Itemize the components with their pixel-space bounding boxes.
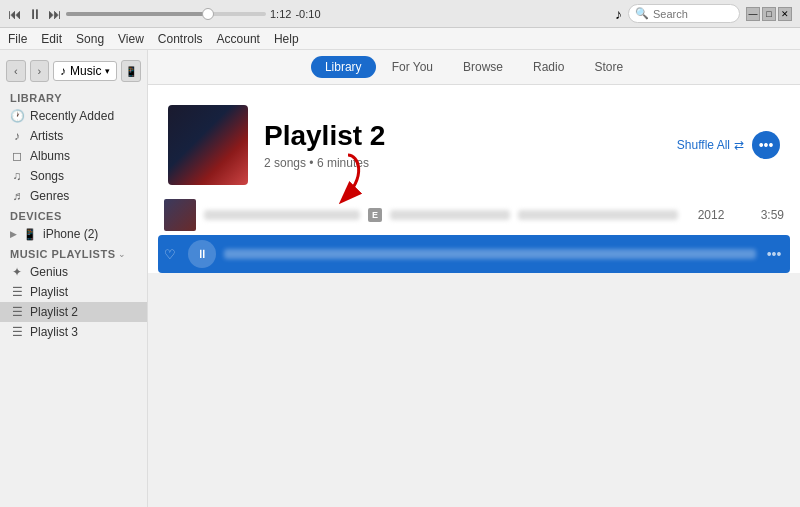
sidebar-item-genius[interactable]: ✦ Genius <box>0 262 147 282</box>
pause-track-button[interactable]: ⏸ <box>188 240 216 268</box>
sidebar-item-albums[interactable]: ◻ Albums <box>0 146 147 166</box>
nav-tabs: Library For You Browse Radio Store <box>311 56 637 78</box>
table-row: E 2012 3:59 <box>158 195 790 235</box>
track-art <box>164 199 196 231</box>
sidebar-item-iphone[interactable]: ▶ 📱 iPhone (2) <box>0 224 147 244</box>
source-chevron-icon: ▾ <box>105 66 110 76</box>
device-chevron-icon: ▶ <box>10 229 17 239</box>
playlist-more-button[interactable]: ••• <box>752 131 780 159</box>
progress-thumb <box>202 8 214 20</box>
sidebar-item-label: Genres <box>30 189 137 203</box>
content-area: Playlist 2 2 songs • 6 minutes Shuffle A… <box>148 85 800 273</box>
library-header: Library <box>0 88 147 106</box>
sidebar-item-playlist[interactable]: ☰ Playlist <box>0 282 147 302</box>
main-area: ‹ › ♪ Music ▾ 📱 Library 🕐 Recently Added… <box>0 50 800 507</box>
track-thumbnail <box>164 199 196 231</box>
track-year: 2012 <box>686 208 736 222</box>
device-icon: 📱 <box>23 228 37 241</box>
playlist2-icon: ☰ <box>10 305 24 319</box>
shuffle-label: Shuffle All <box>677 138 730 152</box>
pause-button[interactable]: ⏸ <box>28 6 42 22</box>
sidebar-item-label: Recently Added <box>30 109 137 123</box>
heart-icon[interactable]: ♡ <box>164 247 180 262</box>
albums-icon: ◻ <box>10 149 24 163</box>
title-bar: ⏮ ⏸ ⏭ 1:12 -0:10 ♪ 🔍 — □ ✕ <box>0 0 800 28</box>
forward-button[interactable]: › <box>30 60 50 82</box>
menu-help[interactable]: Help <box>274 32 299 46</box>
track-details: E <box>204 208 382 222</box>
playlists-header[interactable]: Music Playlists ⌄ <box>0 244 147 262</box>
track-more-icon[interactable]: ••• <box>764 246 784 262</box>
transport-controls: ⏮ ⏸ ⏭ <box>8 6 62 22</box>
time-elapsed: 1:12 <box>270 8 291 20</box>
artists-icon: ♪ <box>10 129 24 143</box>
sidebar-item-genres[interactable]: ♬ Genres <box>0 186 147 206</box>
sidebar-item-artists[interactable]: ♪ Artists <box>0 126 147 146</box>
minimize-button[interactable]: — <box>746 7 760 21</box>
sidebar-item-label: Albums <box>30 149 137 163</box>
track-artist-blurred <box>390 210 510 220</box>
sidebar-item-label: Playlist 2 <box>30 305 137 319</box>
playlist-meta: 2 songs • 6 minutes <box>264 156 661 170</box>
sidebar-item-label: Songs <box>30 169 137 183</box>
songs-icon: ♫ <box>10 169 24 183</box>
tab-bar: Library For You Browse Radio Store <box>148 50 800 85</box>
device-view-button[interactable]: 📱 <box>121 60 141 82</box>
source-selector[interactable]: ♪ Music ▾ <box>53 61 117 81</box>
time-display: 1:12 -0:10 <box>270 8 321 20</box>
devices-label: Devices <box>10 210 62 222</box>
menu-file[interactable]: File <box>8 32 27 46</box>
search-input[interactable] <box>653 8 733 20</box>
track-duration: 3:59 <box>744 208 784 222</box>
sidebar-item-songs[interactable]: ♫ Songs <box>0 166 147 186</box>
sidebar-item-playlist3[interactable]: ☰ Playlist 3 <box>0 322 147 342</box>
tab-radio[interactable]: Radio <box>519 56 578 78</box>
prev-button[interactable]: ⏮ <box>8 6 22 22</box>
playlists-chevron-icon: ⌄ <box>118 249 126 259</box>
content-wrapper: Library For You Browse Radio Store Playl… <box>148 50 800 507</box>
playlist-icon: ☰ <box>10 285 24 299</box>
menu-bar: File Edit Song View Controls Account Hel… <box>0 28 800 50</box>
menu-edit[interactable]: Edit <box>41 32 62 46</box>
tab-foryou[interactable]: For You <box>378 56 447 78</box>
menu-view[interactable]: View <box>118 32 144 46</box>
menu-account[interactable]: Account <box>217 32 260 46</box>
sidebar-item-recently-added[interactable]: 🕐 Recently Added <box>0 106 147 126</box>
tab-browse[interactable]: Browse <box>449 56 517 78</box>
progress-bar[interactable] <box>66 12 266 16</box>
maximize-button[interactable]: □ <box>762 7 776 21</box>
source-label: Music <box>70 64 101 78</box>
playing-track-name-blurred <box>224 249 756 259</box>
table-row: ♡ ⏸ ••• <box>158 235 790 273</box>
playlist-info: Playlist 2 2 songs • 6 minutes <box>264 120 661 170</box>
search-icon: 🔍 <box>635 7 649 20</box>
recently-added-icon: 🕐 <box>10 109 24 123</box>
search-box[interactable]: 🔍 <box>628 4 740 23</box>
playlists-label: Music Playlists <box>10 248 116 260</box>
back-button[interactable]: ‹ <box>6 60 26 82</box>
next-button[interactable]: ⏭ <box>48 6 62 22</box>
shuffle-button[interactable]: Shuffle All ⇄ <box>677 138 744 152</box>
sidebar-item-playlist2[interactable]: ☰ Playlist 2 <box>0 302 147 322</box>
genius-icon: ✦ <box>10 265 24 279</box>
tab-library[interactable]: Library <box>311 56 376 78</box>
time-remaining: -0:10 <box>295 8 320 20</box>
playlist-art <box>168 105 248 185</box>
playlist-header: Playlist 2 2 songs • 6 minutes Shuffle A… <box>148 85 800 195</box>
window-controls: — □ ✕ <box>746 7 792 21</box>
music-note-icon: ♪ <box>60 64 66 78</box>
sidebar-item-label: Playlist 3 <box>30 325 137 339</box>
genres-icon: ♬ <box>10 189 24 203</box>
tab-store[interactable]: Store <box>580 56 637 78</box>
devices-header: Devices <box>0 206 147 224</box>
playlist-title: Playlist 2 <box>264 120 661 152</box>
sidebar-item-label: Genius <box>30 265 137 279</box>
title-bar-right: ♪ 🔍 — □ ✕ <box>615 4 792 23</box>
sidebar-item-label: Artists <box>30 129 137 143</box>
progress-fill <box>66 12 206 16</box>
menu-song[interactable]: Song <box>76 32 104 46</box>
close-button[interactable]: ✕ <box>778 7 792 21</box>
playlist3-icon: ☰ <box>10 325 24 339</box>
menu-controls[interactable]: Controls <box>158 32 203 46</box>
sidebar: ‹ › ♪ Music ▾ 📱 Library 🕐 Recently Added… <box>0 50 148 507</box>
